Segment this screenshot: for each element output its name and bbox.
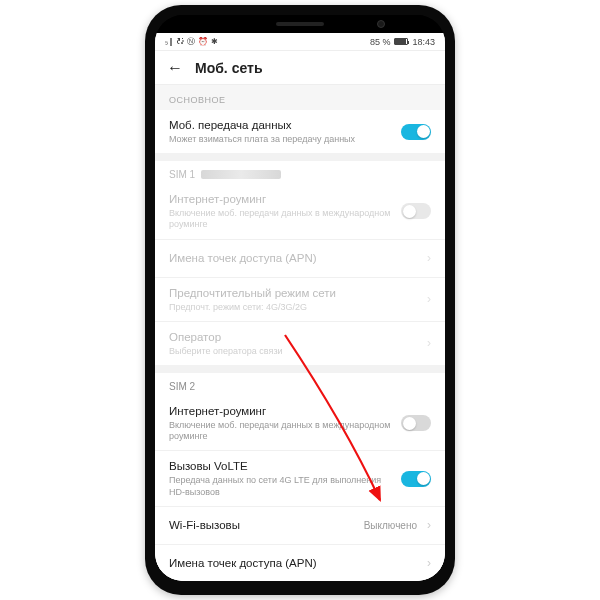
chevron-right-icon: › — [427, 251, 431, 265]
settings-list[interactable]: ОСНОВНОЕ Моб. передача данных Может взим… — [155, 85, 445, 581]
row-sim1-network-mode: Предпочтительный режим сети Предпочт. ре… — [155, 278, 445, 322]
sim2-roaming-toggle[interactable] — [401, 415, 431, 431]
chevron-right-icon: › — [427, 518, 431, 532]
row-sim2-wifi-calling[interactable]: Wi-Fi-вызовы Выключено › — [155, 507, 445, 545]
app-bar: ← Моб. сеть — [155, 51, 445, 85]
row-sim1-roaming: Интернет-роуминг Включение моб. передачи… — [155, 184, 445, 239]
row-sim2-apn[interactable]: Имена точек доступа (APN) › — [155, 545, 445, 581]
phone-bezel: ₅‖ 🗘 Ⓝ ⏰ ✱ 85 % 18:43 ← Моб. сеть ОСНОВН… — [155, 15, 445, 581]
section-header-main: ОСНОВНОЕ — [155, 85, 445, 110]
mobile-data-title: Моб. передача данных — [169, 118, 391, 133]
status-indicators-right: 85 % 18:43 — [370, 37, 435, 47]
row-sim2-volte[interactable]: Вызовы VoLTE Передача данных по сети 4G … — [155, 451, 445, 506]
wifi-calling-value: Выключено — [364, 520, 417, 531]
screen: ₅‖ 🗘 Ⓝ ⏰ ✱ 85 % 18:43 ← Моб. сеть ОСНОВН… — [155, 33, 445, 581]
status-indicators-left: ₅‖ 🗘 Ⓝ ⏰ ✱ — [165, 36, 219, 47]
row-sim1-operator: Оператор Выберите оператора связи › — [155, 322, 445, 365]
chevron-right-icon: › — [427, 336, 431, 350]
row-sim1-apn: Имена точек доступа (APN) › — [155, 240, 445, 278]
back-icon[interactable]: ← — [167, 60, 183, 76]
mobile-data-toggle[interactable] — [401, 124, 431, 140]
sim1-roaming-toggle — [401, 203, 431, 219]
battery-icon — [394, 38, 408, 45]
mobile-data-sub: Может взиматься плата за передачу данных — [169, 134, 391, 145]
sim2-header: SIM 2 — [155, 373, 445, 396]
clock: 18:43 — [412, 37, 435, 47]
sim1-header: SIM 1 — [155, 161, 445, 184]
row-mobile-data[interactable]: Моб. передача данных Может взиматься пла… — [155, 110, 445, 153]
battery-percent: 85 % — [370, 37, 391, 47]
phone-frame: ₅‖ 🗘 Ⓝ ⏰ ✱ 85 % 18:43 ← Моб. сеть ОСНОВН… — [145, 5, 455, 595]
sim2-volte-toggle[interactable] — [401, 471, 431, 487]
page-title: Моб. сеть — [195, 60, 263, 76]
notch — [155, 15, 445, 33]
chevron-right-icon: › — [427, 556, 431, 570]
chevron-right-icon: › — [427, 292, 431, 306]
row-sim2-roaming[interactable]: Интернет-роуминг Включение моб. передачи… — [155, 396, 445, 451]
sim1-name-redacted — [201, 170, 281, 179]
status-bar: ₅‖ 🗘 Ⓝ ⏰ ✱ 85 % 18:43 — [155, 33, 445, 51]
